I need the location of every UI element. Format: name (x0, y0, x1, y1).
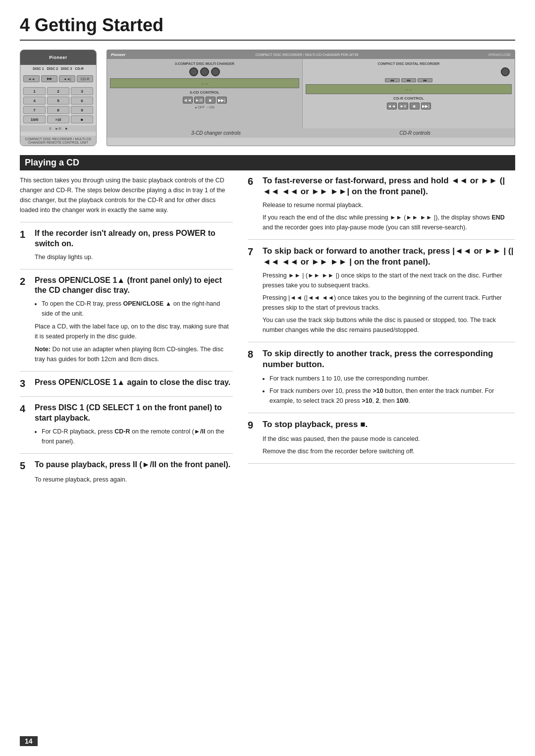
step-1-para-1: The display lights up. (35, 252, 233, 262)
step-9-title: To stop playback, press ■. (263, 419, 368, 430)
deck-left-display: -- -- (110, 78, 299, 88)
step-4-body: For CD-R playback, press CD-R on the rem… (35, 427, 233, 446)
step-6-para-2: If you reach the end of the disc while p… (263, 213, 515, 232)
step-5-para-1: To resume playback, press again. (35, 475, 233, 485)
step-9-number: 9 (248, 419, 259, 431)
cdr-controls-label: CD-R controls (399, 130, 430, 136)
remote-brand: Pioneer (20, 50, 96, 65)
remote-buttons-top: ◄◄ ▶▶ ◄◄| CD-R (20, 72, 96, 85)
deck-bottom-labels: 3-CD changer controls CD-R controls (107, 128, 515, 138)
step-2-number: 2 (20, 275, 31, 287)
deck-unit-image: Pioneer COMPACT DISC RECORDER / MULTI-CD… (107, 50, 515, 146)
step-7-para-1: Pressing ►► | (►► ►► |) once skips to th… (263, 270, 515, 290)
step-3-title: Press OPEN/CLOSE 1▲ again to close the d… (35, 378, 230, 388)
step-3-heading: 3 Press OPEN/CLOSE 1▲ again to close the… (20, 378, 233, 389)
deck-top-bar: Pioneer COMPACT DISC RECORDER / MULTI-CD… (107, 50, 515, 59)
step-7-para-2: Pressing |◄◄ (|◄◄ ◄◄) once takes you to … (263, 293, 515, 313)
step-7-number: 7 (248, 246, 259, 258)
left-column: This section takes you through using the… (20, 175, 233, 491)
divider-8 (248, 413, 515, 413)
divider-5 (20, 453, 233, 454)
step-5-title: To pause playback, press II (►/II on the… (35, 460, 230, 470)
step-8-heading: 8 To skip directly to another track, pre… (248, 348, 515, 370)
step-2-para-1: Place a CD, with the label face up, on t… (35, 322, 233, 341)
deck-brand-label: Pioneer (111, 53, 125, 57)
device-image-area: Pioneer DISC 1 DISC 2 DISC 3 CD-R ◄◄ ▶▶ … (20, 50, 515, 146)
step-7-heading: 7 To skip back or forward to another tra… (248, 246, 515, 268)
step-1-number: 1 (20, 228, 31, 240)
remote-control-image: Pioneer DISC 1 DISC 2 DISC 3 CD-R ◄◄ ▶▶ … (20, 50, 97, 146)
step-6-title: To fast-reverse or fast-forward, press a… (263, 175, 515, 197)
deck-right-display: -- -- (306, 84, 512, 94)
step-7-para-3: You can use the track skip buttons while… (263, 315, 515, 335)
step-2-bullet-1: To open the CD-R tray, press OPEN/CLOSE … (42, 299, 233, 319)
step-6-heading: 6 To fast-reverse or fast-forward, press… (248, 175, 515, 197)
page-title-text: 4 Getting Started (20, 15, 163, 35)
step-4-heading: 4 Press DISC 1 (CD SELECT 1 on the front… (20, 403, 233, 424)
deck-body: 3-COMPACT DISC MULTI CHANGER -- -- 3-CD … (107, 59, 515, 128)
step-9-para-2: Remove the disc from the recorder before… (263, 446, 515, 456)
remote-numpad: 1 2 3 4 5 6 7 8 9 10/0 >10 ■ (20, 85, 96, 125)
step-8: 8 To skip directly to another track, pre… (248, 348, 515, 405)
step-4-bullets: For CD-R playback, press CD-R on the rem… (42, 427, 233, 446)
step-2: 2 Press OPEN/CLOSE 1▲ (front panel only)… (20, 275, 233, 365)
step-1-title: If the recorder isn't already on, press … (35, 228, 233, 249)
cd-select-label: 3-COMPACT DISC MULTI CHANGER (110, 62, 299, 65)
divider-4 (20, 396, 233, 397)
step-2-note: Note: Do not use an adapter when playing… (35, 344, 233, 364)
step-7-body: Pressing ►► | (►► ►► |) once skips to th… (263, 270, 515, 335)
step-4-number: 4 (20, 403, 31, 415)
step-1: 1 If the recorder isn't already on, pres… (20, 228, 233, 262)
deck-left-section: 3-COMPACT DISC MULTI CHANGER -- -- 3-CD … (107, 59, 303, 128)
step-5-body: To resume playback, press again. (35, 475, 233, 485)
step-1-body: The display lights up. (35, 252, 233, 262)
step-5-heading: 5 To pause playback, press II (►/II on t… (20, 460, 233, 472)
main-content: This section takes you through using the… (20, 175, 515, 491)
step-2-body: To open the CD-R tray, press OPEN/CLOSE … (35, 299, 233, 364)
page-number: 14 (20, 736, 38, 746)
step-6-para-1: Release to resume normal playback. (263, 200, 515, 210)
divider-1 (20, 222, 233, 222)
cd-changer-controls-label: 3-CD changer controls (191, 130, 241, 136)
step-2-bullets: To open the CD-R tray, press OPEN/CLOSE … (42, 299, 233, 319)
intro-paragraph: This section takes you through using the… (20, 175, 233, 215)
deck-model-label: COMPACT DISC RECORDER / MULTI-CD CHANGER… (255, 53, 358, 56)
step-6-body: Release to resume normal playback. If yo… (263, 200, 515, 232)
divider-7 (248, 342, 515, 342)
step-8-bullet-1: For track numbers 1 to 10, use the corre… (269, 374, 515, 383)
step-4: 4 Press DISC 1 (CD SELECT 1 on the front… (20, 403, 233, 446)
step-5-number: 5 (20, 460, 31, 472)
step-3: 3 Press OPEN/CLOSE 1▲ again to close the… (20, 378, 233, 389)
step-8-body: For track numbers 1 to 10, use the corre… (263, 374, 515, 406)
step-4-bullet-1: For CD-R playback, press CD-R on the rem… (42, 427, 233, 446)
step-8-bullet-2: For track numbers over 10, press the >10… (269, 386, 515, 406)
step-7: 7 To skip back or forward to another tra… (248, 246, 515, 335)
divider-2 (20, 269, 233, 270)
step-1-heading: 1 If the recorder isn't already on, pres… (20, 228, 233, 249)
divider-9 (248, 463, 515, 464)
step-9-para-1: If the disc was paused, then the pause m… (263, 434, 515, 444)
step-2-title: Press OPEN/CLOSE 1▲ (front panel only) t… (35, 275, 233, 296)
right-column: 6 To fast-reverse or fast-forward, press… (248, 175, 515, 491)
divider-3 (20, 371, 233, 372)
step-6: 6 To fast-reverse or fast-forward, press… (248, 175, 515, 232)
step-9: 9 To stop playback, press ■. If the disc… (248, 419, 515, 456)
step-4-title: Press DISC 1 (CD SELECT 1 on the front p… (35, 403, 233, 424)
step-8-title: To skip directly to another track, press… (263, 348, 515, 370)
step-9-body: If the disc was paused, then the pause m… (263, 434, 515, 456)
step-8-bullets: For track numbers 1 to 10, use the corre… (269, 374, 515, 406)
step-2-heading: 2 Press OPEN/CLOSE 1▲ (front panel only)… (20, 275, 233, 296)
divider-6 (248, 239, 515, 240)
step-6-number: 6 (248, 175, 259, 187)
step-5: 5 To pause playback, press II (►/II on t… (20, 460, 233, 485)
page-title: 4 Getting Started (20, 15, 515, 41)
remote-footer-label: COMPACT DISC RECORDER / MULTI-CD CHANGER… (20, 136, 96, 146)
open-close-right-label: OPEN/CLOSE (488, 53, 511, 56)
section-title-text: Playing a CD (25, 158, 79, 167)
deck-left-controls: 3-CD CONTROL (110, 90, 299, 95)
step-7-title: To skip back or forward to another track… (263, 246, 515, 268)
step-3-number: 3 (20, 378, 31, 389)
deck-right-section: COMPACT DISC DIGITAL RECORDER ■■ ■■ ■■ -… (303, 59, 515, 128)
step-9-heading: 9 To stop playback, press ■. (248, 419, 515, 431)
cdr-label: COMPACT DISC DIGITAL RECORDER (306, 62, 512, 65)
